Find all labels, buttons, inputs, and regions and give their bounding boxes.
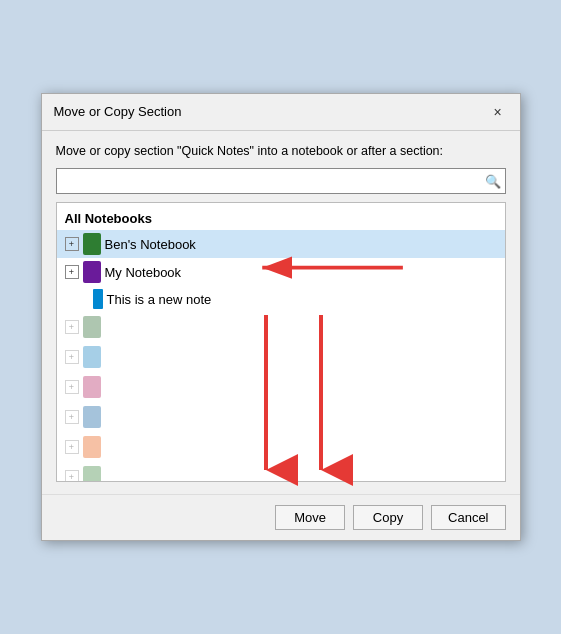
dialog-body: Move or copy section "Quick Notes" into … <box>42 131 520 495</box>
tree-item-my-notebook[interactable]: + My Notebook <box>57 258 505 286</box>
all-notebooks-header: All Notebooks <box>57 207 505 230</box>
ghost-row-6[interactable]: + <box>57 462 505 482</box>
expand-icon-g4: + <box>65 410 79 424</box>
expand-icon-g5: + <box>65 440 79 454</box>
notebook-icon-bens <box>83 233 101 255</box>
new-note-label: This is a new note <box>107 292 212 307</box>
description-text: Move or copy section "Quick Notes" into … <box>56 143 506 161</box>
tree-item-new-note[interactable]: This is a new note <box>57 286 505 312</box>
close-button[interactable]: × <box>488 102 508 122</box>
ghost-row-3[interactable]: + <box>57 372 505 402</box>
expand-icon-g3: + <box>65 380 79 394</box>
expand-icon-my[interactable]: + <box>65 265 79 279</box>
expand-icon-bens[interactable]: + <box>65 237 79 251</box>
my-notebook-label: My Notebook <box>105 265 182 280</box>
bens-notebook-label: Ben's Notebook <box>105 237 196 252</box>
search-button[interactable]: 🔍 <box>481 169 505 193</box>
cancel-button[interactable]: Cancel <box>431 505 505 530</box>
expand-icon-g1: + <box>65 320 79 334</box>
title-bar: Move or Copy Section × <box>42 94 520 131</box>
tree-wrapper: All Notebooks + Ben's Notebook + My Note… <box>56 202 506 482</box>
section-icon-new-note <box>93 289 103 309</box>
notebook-icon-my <box>83 261 101 283</box>
dialog-footer: Move Copy Cancel <box>42 494 520 540</box>
tree-container[interactable]: All Notebooks + Ben's Notebook + My Note… <box>56 202 506 482</box>
move-button[interactable]: Move <box>275 505 345 530</box>
search-row: 🔍 <box>56 168 506 194</box>
move-copy-dialog: Move or Copy Section × Move or copy sect… <box>41 93 521 542</box>
expand-icon-g2: + <box>65 350 79 364</box>
dialog-title: Move or Copy Section <box>54 104 182 119</box>
search-input[interactable] <box>57 171 481 192</box>
expand-icon-g6: + <box>65 470 79 482</box>
ghost-row-2[interactable]: + <box>57 342 505 372</box>
ghost-row-4[interactable]: + <box>57 402 505 432</box>
ghost-row-5[interactable]: + <box>57 432 505 462</box>
tree-item-bens-notebook[interactable]: + Ben's Notebook <box>57 230 505 258</box>
ghost-row-1[interactable]: + <box>57 312 505 342</box>
copy-button[interactable]: Copy <box>353 505 423 530</box>
